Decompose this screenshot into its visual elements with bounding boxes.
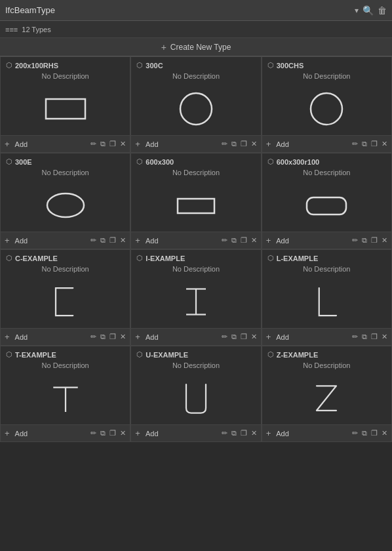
footer-duplicate-button[interactable]: ❐ [370, 333, 379, 341]
footer-plus-icon[interactable]: + [3, 332, 11, 342]
type-icon: ⬡ [267, 61, 274, 70]
footer-duplicate-button[interactable]: ❐ [239, 333, 248, 341]
footer-duplicate-button[interactable]: ❐ [239, 429, 248, 438]
footer-plus-icon[interactable]: + [3, 428, 11, 438]
footer-add-button[interactable]: Add [12, 430, 31, 438]
footer-copy-button[interactable]: ⧉ [361, 333, 368, 341]
footer-duplicate-button[interactable]: ❐ [108, 140, 117, 148]
card-footer: + Add ✏ ⧉ ❐ ✕ [131, 232, 260, 249]
footer-duplicate-button[interactable]: ❐ [370, 140, 379, 148]
footer-plus-icon[interactable]: + [134, 428, 142, 438]
footer-copy-button[interactable]: ⧉ [230, 236, 238, 245]
delete-icon[interactable]: 🗑 [378, 5, 387, 16]
card-footer: + Add ✏ ⧉ ❐ ✕ [1, 135, 130, 152]
footer-copy-button[interactable]: ⧉ [230, 429, 238, 438]
footer-add-button[interactable]: Add [143, 430, 161, 438]
footer-duplicate-button[interactable]: ❐ [108, 333, 117, 341]
footer-delete-button[interactable]: ✕ [119, 429, 127, 438]
footer-duplicate-button[interactable]: ❐ [370, 429, 379, 438]
footer-plus-icon[interactable]: + [265, 428, 273, 438]
card-header: ⬡ Z-EXAMPLE [262, 346, 391, 360]
footer-edit-button[interactable]: ✏ [220, 236, 229, 245]
footer-edit-button[interactable]: ✏ [220, 333, 229, 341]
footer-duplicate-button[interactable]: ❐ [108, 429, 117, 438]
footer-edit-button[interactable]: ✏ [220, 140, 229, 148]
footer-plus-icon[interactable]: + [265, 332, 273, 342]
footer-add-button[interactable]: Add [12, 237, 31, 245]
card-600x300: ⬡ 600x300 No Description + Add ✏ ⧉ ❐ ✕ [130, 153, 261, 249]
card-description: No Description [172, 71, 220, 83]
footer-plus-icon[interactable]: + [134, 332, 142, 342]
footer-duplicate-button[interactable]: ❐ [108, 236, 117, 245]
footer-plus-icon[interactable]: + [265, 235, 273, 245]
footer-copy-button[interactable]: ⧉ [99, 429, 107, 438]
footer-add-button[interactable]: Add [273, 430, 292, 438]
footer-add-button[interactable]: Add [273, 140, 292, 148]
footer-edit-button[interactable]: ✏ [220, 429, 229, 438]
footer-edit-button[interactable]: ✏ [351, 429, 359, 438]
svg-rect-4 [178, 199, 214, 213]
footer-add-button[interactable]: Add [143, 333, 161, 341]
card-preview [262, 276, 391, 328]
footer-copy-button[interactable]: ⧉ [99, 236, 107, 245]
footer-add-button[interactable]: Add [143, 237, 161, 245]
svg-rect-5 [307, 197, 346, 214]
footer-add-button[interactable]: Add [273, 237, 292, 245]
footer-copy-button[interactable]: ⧉ [99, 140, 107, 148]
footer-copy-button[interactable]: ⧉ [99, 333, 107, 341]
footer-plus-icon[interactable]: + [265, 139, 273, 149]
footer-delete-button[interactable]: ✕ [250, 236, 258, 245]
footer-copy-button[interactable]: ⧉ [361, 236, 368, 245]
footer-duplicate-button[interactable]: ❐ [370, 236, 379, 245]
footer-delete-button[interactable]: ✕ [380, 429, 389, 438]
dropdown-icon[interactable]: ▾ [355, 6, 359, 15]
footer-duplicate-button[interactable]: ❐ [239, 236, 248, 245]
footer-edit-button[interactable]: ✏ [351, 333, 359, 341]
card-description: No Description [303, 167, 350, 179]
footer-add-button[interactable]: Add [12, 140, 31, 148]
card-description: No Description [42, 71, 89, 83]
footer-plus-icon[interactable]: + [134, 139, 142, 149]
footer-add-button[interactable]: Add [143, 140, 161, 148]
header-bar: IfcBeamType ▾ 🔍 🗑 [0, 0, 392, 21]
type-icon: ⬡ [136, 157, 143, 166]
card-preview [131, 179, 260, 232]
footer-edit-button[interactable]: ✏ [89, 333, 98, 341]
create-plus-icon: + [161, 42, 167, 52]
footer-edit-button[interactable]: ✏ [89, 236, 98, 245]
card-description: No Description [172, 167, 220, 179]
footer-duplicate-button[interactable]: ❐ [239, 140, 248, 148]
footer-delete-button[interactable]: ✕ [380, 236, 389, 245]
footer-delete-button[interactable]: ✕ [380, 140, 389, 148]
create-new-type-bar[interactable]: + Create New Type [0, 38, 392, 56]
cards-grid: ⬡ 200x100RHS No Description + Add ✏ ⧉ ❐ … [0, 56, 392, 442]
footer-add-button[interactable]: Add [273, 333, 292, 341]
footer-delete-button[interactable]: ✕ [119, 140, 127, 148]
footer-delete-button[interactable]: ✕ [250, 429, 258, 438]
footer-delete-button[interactable]: ✕ [250, 333, 258, 341]
card-c-example: ⬡ C-EXAMPLE No Description + Add ✏ ⧉ ❐ ✕ [0, 249, 130, 346]
footer-copy-button[interactable]: ⧉ [230, 333, 238, 341]
type-count: 12 Types [22, 26, 50, 33]
card-title: 600x300r100 [277, 158, 319, 166]
footer-add-button[interactable]: Add [12, 333, 31, 341]
svg-point-1 [180, 93, 212, 125]
footer-plus-icon[interactable]: + [3, 139, 11, 149]
footer-plus-icon[interactable]: + [134, 235, 142, 245]
card-footer: + Add ✏ ⧉ ❐ ✕ [1, 232, 130, 249]
footer-delete-button[interactable]: ✕ [380, 333, 389, 341]
footer-edit-button[interactable]: ✏ [351, 236, 359, 245]
svg-point-3 [47, 194, 84, 217]
search-icon[interactable]: 🔍 [363, 5, 374, 16]
footer-edit-button[interactable]: ✏ [89, 429, 98, 438]
footer-copy-button[interactable]: ⧉ [230, 140, 238, 148]
footer-copy-button[interactable]: ⧉ [361, 429, 368, 438]
footer-edit-button[interactable]: ✏ [89, 140, 98, 148]
footer-plus-icon[interactable]: + [3, 235, 11, 245]
footer-delete-button[interactable]: ✕ [119, 236, 127, 245]
footer-delete-button[interactable]: ✕ [250, 140, 258, 148]
footer-delete-button[interactable]: ✕ [119, 333, 127, 341]
footer-edit-button[interactable]: ✏ [351, 140, 359, 148]
card-title: C-EXAMPLE [15, 255, 58, 262]
footer-copy-button[interactable]: ⧉ [361, 140, 368, 148]
